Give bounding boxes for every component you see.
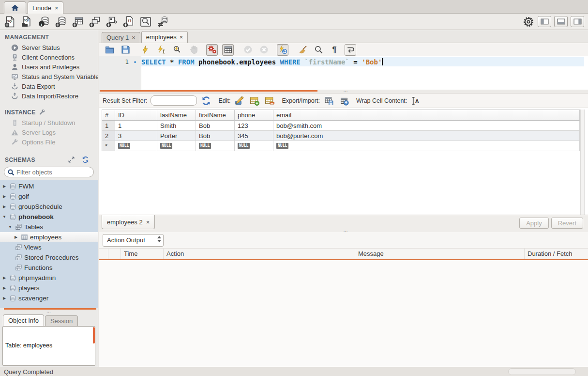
grid-header-id[interactable]: ID bbox=[115, 110, 157, 121]
expander-icon[interactable]: ▶ bbox=[1, 296, 7, 300]
grid-cell[interactable]: NULL bbox=[196, 141, 235, 151]
tree-item-table-employees[interactable]: ▶ employees bbox=[0, 232, 98, 242]
grid-cell[interactable]: NULL bbox=[115, 141, 157, 151]
grid-cell[interactable]: bob@smith.com bbox=[273, 121, 580, 131]
sidebar-item-users-privileges[interactable]: Users and Privileges bbox=[0, 62, 98, 72]
tree-item-schema[interactable]: ▶ FWM bbox=[0, 181, 98, 191]
output-type-select[interactable]: Action Output bbox=[103, 234, 164, 247]
grid-cell[interactable]: 123 bbox=[235, 121, 273, 131]
create-schema-button[interactable] bbox=[55, 16, 67, 28]
editor-results-splitter[interactable]: ⋯ bbox=[99, 90, 588, 93]
connection-tab-linode[interactable]: Linode × bbox=[28, 1, 63, 14]
expander-icon[interactable]: ▼ bbox=[7, 225, 13, 229]
limit-rows-button[interactable] bbox=[222, 44, 234, 56]
beautify-script-button[interactable] bbox=[297, 44, 308, 56]
tree-item-functions-group[interactable]: Functions bbox=[0, 263, 98, 273]
tree-item-tables-group[interactable]: ▼ Tables bbox=[0, 222, 98, 232]
sidebar-item-options-file[interactable]: Options File bbox=[0, 137, 98, 147]
search-table-data-button[interactable] bbox=[139, 16, 152, 28]
results-output-splitter-handle[interactable]: ⋯ bbox=[344, 229, 348, 234]
explain-plan-button[interactable] bbox=[171, 44, 183, 56]
expander-icon[interactable]: ▼ bbox=[1, 215, 7, 219]
tree-item-schema[interactable]: ▶ scavenger bbox=[0, 293, 98, 303]
grid-header-email[interactable]: email bbox=[273, 110, 580, 121]
find-in-script-button[interactable] bbox=[313, 44, 324, 56]
open-script-button[interactable] bbox=[104, 44, 115, 56]
import-records-button[interactable] bbox=[338, 95, 350, 106]
grid-cell[interactable]: Bob bbox=[196, 131, 235, 141]
tree-item-schema[interactable]: ▶ golf bbox=[0, 191, 98, 202]
sidebar-item-client-connections[interactable]: Client Connections bbox=[0, 52, 98, 62]
create-view-button[interactable] bbox=[89, 16, 101, 28]
toggle-left-sidebar-button[interactable] bbox=[538, 16, 551, 27]
tab-object-info[interactable]: Object Info bbox=[3, 314, 44, 326]
sidebar-item-data-import[interactable]: Data Import/Restore bbox=[0, 91, 98, 101]
grid-cell[interactable]: Smith bbox=[157, 121, 196, 131]
grid-cell[interactable]: 1 bbox=[115, 121, 157, 131]
create-table-button[interactable] bbox=[72, 16, 84, 28]
show-invisibles-button[interactable]: ¶ bbox=[329, 44, 340, 56]
grid-cell[interactable]: NULL bbox=[273, 141, 580, 151]
grid-cell[interactable]: NULL bbox=[235, 141, 273, 151]
expander-icon[interactable]: ▶ bbox=[1, 184, 7, 188]
horizontal-scrollbar-thumb[interactable] bbox=[508, 368, 576, 375]
refresh-results-button[interactable] bbox=[200, 95, 212, 106]
sidebar-splitter-handle[interactable]: ⋯ bbox=[0, 310, 98, 314]
toggle-output-area-button[interactable] bbox=[554, 16, 568, 27]
sidebar-item-startup-shutdown[interactable]: Startup / Shutdown bbox=[0, 118, 98, 127]
tab-query-1[interactable]: Query 1 × bbox=[102, 32, 140, 43]
commit-button[interactable] bbox=[242, 44, 254, 56]
close-icon[interactable]: × bbox=[180, 34, 183, 40]
expander-icon[interactable]: ▶ bbox=[1, 286, 7, 290]
grid-cell[interactable]: Bob bbox=[196, 121, 235, 131]
schema-filter-input[interactable] bbox=[16, 169, 98, 176]
splitter-handle[interactable]: ⋯ bbox=[344, 89, 348, 94]
execute-statement-button[interactable] bbox=[139, 44, 151, 56]
grid-cell[interactable]: Porter bbox=[157, 131, 196, 141]
expand-schemas-icon[interactable] bbox=[68, 156, 75, 163]
refresh-schemas-icon[interactable] bbox=[82, 156, 89, 163]
tab-session[interactable]: Session bbox=[45, 315, 78, 326]
sql-editor[interactable]: 1 ● SELECT * FROM phonebook.employees WH… bbox=[99, 56, 588, 90]
grid-cell[interactable]: NULL bbox=[157, 141, 196, 151]
grid-header-lastname[interactable]: lastName bbox=[157, 110, 196, 121]
sidebar-item-server-status[interactable]: Server Status bbox=[0, 43, 98, 52]
tab-employees[interactable]: employees × bbox=[141, 31, 188, 43]
close-icon[interactable]: × bbox=[132, 34, 136, 41]
delete-row-button[interactable] bbox=[264, 95, 275, 106]
tree-item-schema[interactable]: ▶ phpmyadmin bbox=[0, 273, 98, 283]
new-sql-tab-button[interactable] bbox=[4, 16, 16, 28]
rollback-button[interactable] bbox=[258, 44, 270, 56]
toggle-stop-on-error-button[interactable] bbox=[206, 44, 218, 56]
export-recordset-button[interactable] bbox=[323, 95, 335, 106]
grid-header-firstname[interactable]: firstName bbox=[196, 110, 235, 121]
close-icon[interactable]: × bbox=[55, 5, 59, 11]
wrap-cell-content-button[interactable] bbox=[410, 95, 422, 106]
edit-current-row-button[interactable] bbox=[234, 95, 245, 106]
create-function-button[interactable] bbox=[122, 16, 135, 28]
expander-icon[interactable]: ▶ bbox=[1, 204, 7, 209]
create-stored-procedure-button[interactable] bbox=[106, 16, 118, 28]
expander-icon[interactable]: ▶ bbox=[13, 235, 19, 239]
revert-button[interactable]: Revert bbox=[551, 218, 583, 229]
inspect-database-button[interactable] bbox=[38, 16, 50, 28]
tree-item-schema-phonebook[interactable]: ▼ phonebook bbox=[0, 212, 98, 222]
toggle-right-sidebar-button[interactable] bbox=[571, 16, 584, 27]
sidebar-item-data-export[interactable]: Data Export bbox=[0, 81, 98, 91]
insert-row-button[interactable] bbox=[249, 95, 260, 106]
expander-icon[interactable]: ▶ bbox=[1, 194, 7, 199]
close-icon[interactable]: × bbox=[146, 219, 150, 225]
open-sql-script-button[interactable] bbox=[21, 16, 33, 28]
sidebar-item-server-logs[interactable]: Server Logs bbox=[0, 127, 98, 137]
tree-item-stored-procedures-group[interactable]: Stored Procedures bbox=[0, 252, 98, 263]
grid-cell[interactable]: bob@porter.com bbox=[273, 131, 580, 141]
tree-item-views-group[interactable]: Views bbox=[0, 242, 98, 252]
grid-header-rownum[interactable]: # bbox=[102, 110, 115, 121]
stop-query-button[interactable] bbox=[187, 44, 199, 56]
result-set-tab-employees-2[interactable]: employees 2 × bbox=[102, 215, 155, 229]
grid-cell[interactable]: 345 bbox=[235, 131, 273, 141]
grid-header-phone[interactable]: phone bbox=[235, 110, 273, 121]
grid-vertical-scrollbar[interactable] bbox=[580, 110, 585, 215]
tree-item-schema[interactable]: ▶ players bbox=[0, 283, 98, 293]
sidebar-item-system-variables[interactable]: Status and System Variables bbox=[0, 72, 98, 81]
